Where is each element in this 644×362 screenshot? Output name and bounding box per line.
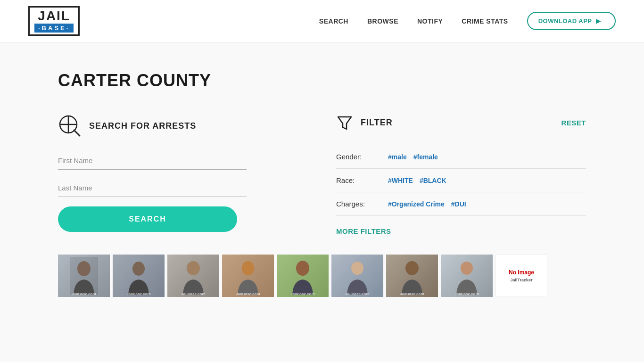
nav-search[interactable]: SEARCH (319, 17, 348, 25)
filter-gender-row: Gender: #male #female (336, 145, 586, 169)
watermark: JailBase.com (113, 292, 165, 296)
logo[interactable]: JAIL ·BASE· (28, 6, 80, 36)
mugshot-card[interactable]: JailBase.com (167, 255, 219, 297)
race-tags: #WHITE #BLACK (388, 177, 446, 184)
svg-marker-4 (338, 117, 351, 129)
svg-rect-6 (70, 257, 98, 295)
watermark: JailBase.com (58, 292, 110, 296)
gender-tag-male[interactable]: #male (388, 153, 407, 161)
filter-section: FILTER RESET Gender: #male #female Race:… (336, 114, 586, 236)
mugshot-card-no-image[interactable]: No Image JailTracker (495, 255, 547, 297)
watermark: JailBase.com (441, 292, 493, 296)
more-filters-button[interactable]: MORE FILTERS (336, 227, 391, 235)
nav-browse[interactable]: BROWSE (367, 17, 398, 25)
mugshot-card[interactable]: JailBase.com (441, 255, 493, 297)
search-section-title: SEARCH FOR ARRESTS (89, 121, 196, 131)
filter-icon (336, 114, 353, 131)
nav-notify[interactable]: NOTIFY (417, 17, 443, 25)
no-image-text: No Image (509, 269, 534, 276)
mugshot-card[interactable]: JailBase.com (277, 255, 329, 297)
download-app-label: DOWNLOAD APP (538, 17, 592, 25)
svg-point-10 (296, 261, 309, 276)
search-section: SEARCH FOR ARRESTS SEARCH (58, 114, 308, 236)
filter-section-title: FILTER (361, 118, 393, 128)
play-icon: ▶ (596, 17, 601, 25)
svg-point-13 (461, 262, 473, 275)
charge-tag-organized-crime[interactable]: #Organized Crime (388, 200, 445, 208)
download-app-button[interactable]: DOWNLOAD APP ▶ (527, 12, 616, 30)
mugshot-silhouette (179, 257, 207, 295)
svg-line-3 (74, 130, 80, 136)
mugshot-card[interactable]: JailBase.com (331, 255, 383, 297)
mugshot-silhouette (453, 257, 481, 295)
mugshot-silhouette (70, 257, 98, 295)
nav-crime-stats[interactable]: CRIME STATS (462, 17, 508, 25)
race-tag-white[interactable]: #WHITE (388, 177, 413, 184)
watermark: JailBase.com (277, 292, 329, 296)
mugshot-card[interactable]: JailBase.com (222, 255, 274, 297)
mugshot-silhouette (124, 257, 153, 295)
mugshot-card[interactable]: JailBase.com (58, 255, 110, 297)
gender-tag-female[interactable]: #female (413, 153, 438, 161)
mugshot-strip: JailBase.com JailBase.com JailBase.com (58, 255, 586, 297)
race-label: Race: (336, 176, 379, 184)
first-name-input[interactable] (58, 152, 247, 170)
charges-label: Charges: (336, 200, 379, 208)
search-section-header: SEARCH FOR ARRESTS (58, 114, 308, 138)
mugshot-silhouette (398, 257, 426, 295)
charge-tag-dui[interactable]: #DUI (451, 200, 466, 208)
logo-jail-text: JAIL (38, 9, 70, 23)
mugshot-silhouette (289, 257, 317, 295)
svg-point-12 (405, 261, 419, 275)
content-grid: SEARCH FOR ARRESTS SEARCH FILTER RESET (58, 114, 586, 236)
svg-point-7 (132, 262, 145, 276)
svg-point-9 (242, 261, 254, 275)
page-title: CARTER COUNTY (58, 71, 586, 90)
watermark: JailBase.com (331, 292, 383, 296)
charges-tags: #Organized Crime #DUI (388, 200, 466, 208)
mugshot-silhouette (234, 257, 262, 295)
svg-point-11 (351, 262, 363, 275)
svg-point-8 (187, 261, 200, 275)
reset-button[interactable]: RESET (561, 119, 586, 127)
main-content: CARTER COUNTY SEARCH FOR ARRESTS SEARCH (49, 42, 595, 316)
search-arrests-icon (58, 114, 82, 138)
search-button[interactable]: SEARCH (58, 206, 237, 232)
mugshot-silhouette (343, 257, 372, 295)
watermark: JailBase.com (222, 292, 274, 296)
filter-race-row: Race: #WHITE #BLACK (336, 169, 586, 192)
mugshot-card[interactable]: JailBase.com (386, 255, 438, 297)
last-name-input[interactable] (58, 179, 247, 197)
race-tag-black[interactable]: #BLACK (420, 177, 446, 184)
gender-label: Gender: (336, 153, 379, 161)
no-image-sub: JailTracker (510, 278, 532, 282)
watermark: JailBase.com (167, 292, 219, 296)
watermark: JailBase.com (386, 292, 438, 296)
mugshot-card[interactable]: JailBase.com (113, 255, 165, 297)
gender-tags: #male #female (388, 153, 438, 161)
logo-box: JAIL ·BASE· (28, 6, 80, 36)
main-nav: SEARCH BROWSE NOTIFY CRIME STATS DOWNLOA… (319, 12, 616, 30)
header: JAIL ·BASE· SEARCH BROWSE NOTIFY CRIME S… (0, 0, 644, 42)
filter-title-area: FILTER (336, 114, 393, 131)
filter-header: FILTER RESET (336, 114, 586, 131)
logo-base-text: ·BASE· (34, 24, 74, 33)
filter-charges-row: Charges: #Organized Crime #DUI (336, 192, 586, 216)
